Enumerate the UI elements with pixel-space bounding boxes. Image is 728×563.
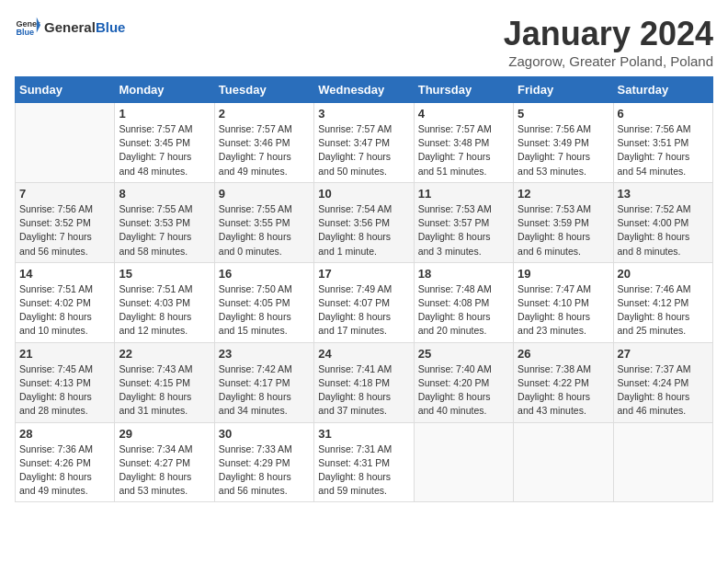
day-number: 5 <box>518 107 609 121</box>
main-title: January 2024 <box>504 15 713 53</box>
day-info: Sunrise: 7:34 AM Sunset: 4:27 PM Dayligh… <box>119 442 210 499</box>
calendar-cell <box>514 422 613 502</box>
calendar-cell: 5Sunrise: 7:56 AM Sunset: 3:49 PM Daylig… <box>514 103 613 183</box>
day-info: Sunrise: 7:56 AM Sunset: 3:49 PM Dayligh… <box>518 122 609 178</box>
calendar-cell: 25Sunrise: 7:40 AM Sunset: 4:20 PM Dayli… <box>414 342 513 422</box>
day-number: 17 <box>318 267 409 281</box>
calendar-cell: 9Sunrise: 7:55 AM Sunset: 3:55 PM Daylig… <box>214 182 313 262</box>
svg-text:Blue: Blue <box>16 28 34 37</box>
calendar-table: SundayMondayTuesdayWednesdayThursdayFrid… <box>15 76 713 502</box>
calendar-cell: 21Sunrise: 7:45 AM Sunset: 4:13 PM Dayli… <box>16 342 115 422</box>
day-info: Sunrise: 7:37 AM Sunset: 4:24 PM Dayligh… <box>618 362 709 419</box>
day-info: Sunrise: 7:56 AM Sunset: 3:51 PM Dayligh… <box>618 122 709 178</box>
day-info: Sunrise: 7:55 AM Sunset: 3:55 PM Dayligh… <box>219 202 310 259</box>
day-info: Sunrise: 7:33 AM Sunset: 4:29 PM Dayligh… <box>219 442 310 499</box>
calendar-cell: 26Sunrise: 7:38 AM Sunset: 4:22 PM Dayli… <box>514 342 613 422</box>
calendar-cell: 28Sunrise: 7:36 AM Sunset: 4:26 PM Dayli… <box>16 422 115 502</box>
calendar-cell: 13Sunrise: 7:52 AM Sunset: 4:00 PM Dayli… <box>613 182 712 262</box>
day-info: Sunrise: 7:47 AM Sunset: 4:10 PM Dayligh… <box>518 282 609 339</box>
day-info: Sunrise: 7:45 AM Sunset: 4:13 PM Dayligh… <box>19 362 110 419</box>
day-number: 31 <box>318 427 409 441</box>
header-friday: Friday <box>514 77 613 103</box>
day-info: Sunrise: 7:36 AM Sunset: 4:26 PM Dayligh… <box>19 442 110 499</box>
calendar-cell: 11Sunrise: 7:53 AM Sunset: 3:57 PM Dayli… <box>414 182 513 262</box>
day-info: Sunrise: 7:31 AM Sunset: 4:31 PM Dayligh… <box>318 442 409 499</box>
calendar-cell: 8Sunrise: 7:55 AM Sunset: 3:53 PM Daylig… <box>115 182 214 262</box>
day-number: 13 <box>618 187 709 201</box>
calendar-cell: 18Sunrise: 7:48 AM Sunset: 4:08 PM Dayli… <box>414 262 513 342</box>
calendar-cell: 30Sunrise: 7:33 AM Sunset: 4:29 PM Dayli… <box>214 422 313 502</box>
day-number: 27 <box>618 347 709 361</box>
calendar-cell: 23Sunrise: 7:42 AM Sunset: 4:17 PM Dayli… <box>214 342 313 422</box>
calendar-cell: 10Sunrise: 7:54 AM Sunset: 3:56 PM Dayli… <box>314 182 414 262</box>
day-info: Sunrise: 7:49 AM Sunset: 4:07 PM Dayligh… <box>318 282 409 339</box>
title-block: January 2024 Zagorow, Greater Poland, Po… <box>504 15 713 69</box>
day-number: 9 <box>219 187 310 201</box>
day-info: Sunrise: 7:46 AM Sunset: 4:12 PM Dayligh… <box>618 282 709 339</box>
day-info: Sunrise: 7:40 AM Sunset: 4:20 PM Dayligh… <box>418 362 509 419</box>
day-number: 25 <box>418 347 509 361</box>
day-number: 26 <box>518 347 609 361</box>
calendar-cell: 2Sunrise: 7:57 AM Sunset: 3:46 PM Daylig… <box>214 103 313 183</box>
day-info: Sunrise: 7:57 AM Sunset: 3:47 PM Dayligh… <box>318 122 409 178</box>
logo-icon: General Blue <box>15 15 40 40</box>
day-info: Sunrise: 7:51 AM Sunset: 4:02 PM Dayligh… <box>19 282 110 339</box>
day-number: 30 <box>219 427 310 441</box>
calendar-cell: 17Sunrise: 7:49 AM Sunset: 4:07 PM Dayli… <box>314 262 414 342</box>
calendar-week-5: 28Sunrise: 7:36 AM Sunset: 4:26 PM Dayli… <box>16 422 713 502</box>
day-number: 6 <box>618 107 709 121</box>
calendar-cell: 22Sunrise: 7:43 AM Sunset: 4:15 PM Dayli… <box>115 342 214 422</box>
day-number: 11 <box>418 187 509 201</box>
day-info: Sunrise: 7:53 AM Sunset: 3:59 PM Dayligh… <box>518 202 609 259</box>
logo-general: General <box>44 19 96 35</box>
day-number: 1 <box>119 107 210 121</box>
day-number: 2 <box>219 107 310 121</box>
calendar-cell: 31Sunrise: 7:31 AM Sunset: 4:31 PM Dayli… <box>314 422 414 502</box>
calendar-cell: 16Sunrise: 7:50 AM Sunset: 4:05 PM Dayli… <box>214 262 313 342</box>
calendar-cell: 14Sunrise: 7:51 AM Sunset: 4:02 PM Dayli… <box>16 262 115 342</box>
day-number: 28 <box>19 427 110 441</box>
calendar-cell <box>16 103 115 183</box>
calendar-cell: 20Sunrise: 7:46 AM Sunset: 4:12 PM Dayli… <box>613 262 712 342</box>
day-info: Sunrise: 7:57 AM Sunset: 3:46 PM Dayligh… <box>219 122 310 178</box>
day-info: Sunrise: 7:52 AM Sunset: 4:00 PM Dayligh… <box>618 202 709 259</box>
calendar-cell: 27Sunrise: 7:37 AM Sunset: 4:24 PM Dayli… <box>613 342 712 422</box>
subtitle: Zagorow, Greater Poland, Poland <box>504 53 713 69</box>
day-info: Sunrise: 7:50 AM Sunset: 4:05 PM Dayligh… <box>219 282 310 339</box>
calendar-cell: 7Sunrise: 7:56 AM Sunset: 3:52 PM Daylig… <box>16 182 115 262</box>
calendar-cell: 6Sunrise: 7:56 AM Sunset: 3:51 PM Daylig… <box>613 103 712 183</box>
day-number: 12 <box>518 187 609 201</box>
calendar-week-1: 1Sunrise: 7:57 AM Sunset: 3:45 PM Daylig… <box>16 103 713 183</box>
calendar-cell: 15Sunrise: 7:51 AM Sunset: 4:03 PM Dayli… <box>115 262 214 342</box>
day-info: Sunrise: 7:51 AM Sunset: 4:03 PM Dayligh… <box>119 282 210 339</box>
page-header: General Blue GeneralBlue January 2024 Za… <box>15 15 713 69</box>
calendar-cell: 12Sunrise: 7:53 AM Sunset: 3:59 PM Dayli… <box>514 182 613 262</box>
header-thursday: Thursday <box>414 77 513 103</box>
day-info: Sunrise: 7:54 AM Sunset: 3:56 PM Dayligh… <box>318 202 409 259</box>
day-info: Sunrise: 7:57 AM Sunset: 3:48 PM Dayligh… <box>418 122 509 178</box>
day-info: Sunrise: 7:55 AM Sunset: 3:53 PM Dayligh… <box>119 202 210 259</box>
header-sunday: Sunday <box>16 77 115 103</box>
day-number: 7 <box>19 187 110 201</box>
day-number: 3 <box>318 107 409 121</box>
calendar-cell <box>414 422 513 502</box>
day-number: 16 <box>219 267 310 281</box>
day-number: 15 <box>119 267 210 281</box>
calendar-cell: 3Sunrise: 7:57 AM Sunset: 3:47 PM Daylig… <box>314 103 414 183</box>
day-number: 21 <box>19 347 110 361</box>
header-saturday: Saturday <box>613 77 712 103</box>
calendar-cell: 4Sunrise: 7:57 AM Sunset: 3:48 PM Daylig… <box>414 103 513 183</box>
day-number: 29 <box>119 427 210 441</box>
day-number: 19 <box>518 267 609 281</box>
calendar-header-row: SundayMondayTuesdayWednesdayThursdayFrid… <box>16 77 713 103</box>
day-number: 4 <box>418 107 509 121</box>
logo-blue: Blue <box>96 19 126 35</box>
day-info: Sunrise: 7:48 AM Sunset: 4:08 PM Dayligh… <box>418 282 509 339</box>
logo: General Blue GeneralBlue <box>15 15 125 40</box>
calendar-week-3: 14Sunrise: 7:51 AM Sunset: 4:02 PM Dayli… <box>16 262 713 342</box>
calendar-cell: 19Sunrise: 7:47 AM Sunset: 4:10 PM Dayli… <box>514 262 613 342</box>
day-info: Sunrise: 7:42 AM Sunset: 4:17 PM Dayligh… <box>219 362 310 419</box>
day-number: 20 <box>618 267 709 281</box>
day-info: Sunrise: 7:41 AM Sunset: 4:18 PM Dayligh… <box>318 362 409 419</box>
header-wednesday: Wednesday <box>314 77 414 103</box>
